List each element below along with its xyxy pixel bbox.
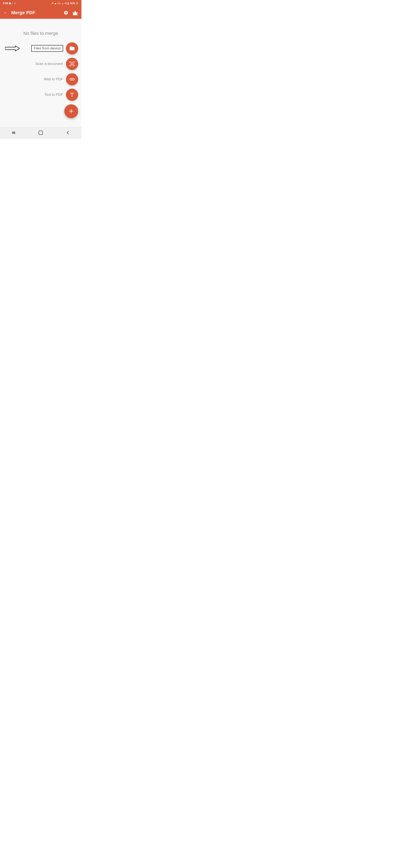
text-to-pdf-row: Text to PDF (3, 89, 78, 101)
status-bar: 9:09 🖼 ✓ ↗ 🔑 ⏰ 4G+ ▲ 4G ▌ 51% 🔋 (0, 0, 82, 7)
add-button[interactable]: + (64, 104, 78, 118)
files-from-device-button[interactable] (66, 42, 78, 55)
app-bar: ← Merge PDF (0, 7, 82, 19)
page-title: Merge PDF (11, 10, 63, 16)
web-to-pdf-label: Web to PDF (44, 77, 63, 82)
folder-icon (69, 45, 75, 51)
nav-home-button[interactable] (38, 130, 43, 135)
top-action-icons (63, 10, 78, 15)
web-to-pdf-button[interactable] (66, 73, 78, 85)
scan-document-row: Scan a document (3, 58, 78, 70)
nav-menu-button[interactable] (11, 131, 16, 135)
annotation-arrow (5, 45, 20, 52)
text-icon (69, 92, 75, 98)
scan-icon (69, 61, 75, 67)
plus-icon: + (69, 107, 73, 115)
nav-back-button[interactable] (66, 131, 70, 135)
action-list: Files from device Scan a document Web to… (0, 42, 82, 101)
scan-document-label: Scan a document (35, 62, 63, 66)
scan-document-button[interactable] (66, 58, 78, 70)
svg-rect-2 (13, 131, 14, 134)
right-arrow-icon (5, 45, 20, 52)
home-square-icon (38, 130, 43, 135)
svg-rect-3 (15, 131, 15, 134)
time-display: 9:09 (3, 2, 8, 5)
text-to-pdf-label: Text to PDF (45, 93, 63, 97)
fab-container: + (0, 103, 82, 120)
files-from-device-label: Files from device (31, 45, 63, 52)
crown-icon (72, 10, 78, 15)
gear-icon (63, 10, 68, 15)
svg-marker-0 (5, 46, 20, 51)
crown-button[interactable] (72, 10, 78, 15)
back-button[interactable]: ← (3, 10, 8, 16)
back-icon: ← (3, 10, 8, 16)
settings-button[interactable] (63, 10, 68, 15)
text-to-pdf-button[interactable] (66, 89, 78, 101)
svg-rect-4 (39, 131, 42, 134)
main-content: No files to merge Files from device Scan… (0, 19, 82, 127)
status-icons: 🖼 ✓ ↗ (9, 2, 16, 5)
empty-state-text: No files to merge (23, 31, 58, 36)
bottom-nav (0, 127, 82, 139)
link-icon (69, 76, 75, 82)
nav-menu-icon (11, 131, 16, 135)
status-time: 9:09 🖼 ✓ ↗ (3, 2, 16, 5)
battery-icon: 🔋 (76, 2, 79, 5)
nav-back-icon (66, 131, 70, 135)
web-to-pdf-row: Web to PDF (3, 73, 78, 85)
network-icons: 🔑 ⏰ 4G+ ▲ 4G ▌ (51, 2, 69, 5)
status-right-icons: 🔑 ⏰ 4G+ ▲ 4G ▌ 51% 🔋 (51, 2, 79, 5)
svg-rect-1 (12, 131, 13, 134)
files-from-device-row: Files from device (3, 42, 78, 55)
battery-display: 51% (70, 2, 75, 5)
